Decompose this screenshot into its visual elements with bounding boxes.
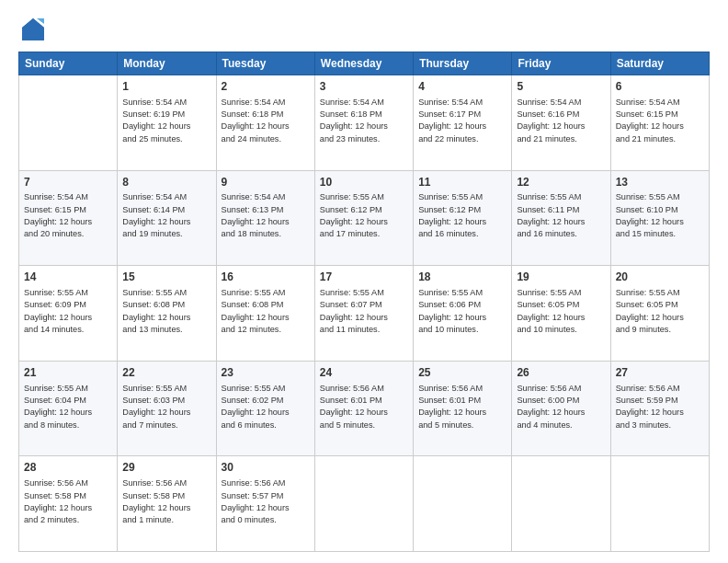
calendar-cell: 12Sunrise: 5:55 AM Sunset: 6:11 PM Dayli… <box>512 170 610 266</box>
day-number: 17 <box>320 270 408 285</box>
weekday-header: Sunday <box>19 52 118 75</box>
weekday-header: Wednesday <box>314 52 413 75</box>
calendar-cell <box>314 456 413 552</box>
cell-content: Sunrise: 5:54 AM Sunset: 6:16 PM Dayligh… <box>517 97 605 145</box>
calendar-cell: 4Sunrise: 5:54 AM Sunset: 6:17 PM Daylig… <box>414 75 512 171</box>
day-number: 15 <box>122 270 210 285</box>
day-number: 26 <box>517 365 605 381</box>
cell-content: Sunrise: 5:56 AM Sunset: 5:57 PM Dayligh… <box>222 477 310 526</box>
day-number: 2 <box>222 79 310 95</box>
calendar-cell <box>19 75 118 171</box>
calendar-cell: 5Sunrise: 5:54 AM Sunset: 6:16 PM Daylig… <box>512 75 610 171</box>
calendar-cell: 26Sunrise: 5:56 AM Sunset: 6:00 PM Dayli… <box>512 361 610 456</box>
cell-content: Sunrise: 5:56 AM Sunset: 5:58 PM Dayligh… <box>122 477 210 526</box>
cell-content: Sunrise: 5:56 AM Sunset: 6:01 PM Dayligh… <box>320 383 408 431</box>
calendar: SundayMondayTuesdayWednesdayThursdayFrid… <box>18 52 710 552</box>
calendar-row: 1Sunrise: 5:54 AM Sunset: 6:19 PM Daylig… <box>19 75 710 171</box>
calendar-cell: 27Sunrise: 5:56 AM Sunset: 5:59 PM Dayli… <box>610 361 709 456</box>
day-number: 25 <box>418 365 506 381</box>
day-number: 20 <box>616 270 704 285</box>
day-number: 24 <box>320 365 408 381</box>
day-number: 7 <box>24 175 112 190</box>
day-number: 19 <box>517 270 605 285</box>
day-number: 12 <box>517 175 605 190</box>
calendar-cell: 6Sunrise: 5:54 AM Sunset: 6:15 PM Daylig… <box>610 75 709 171</box>
day-number: 22 <box>122 365 210 381</box>
calendar-cell: 18Sunrise: 5:55 AM Sunset: 6:06 PM Dayli… <box>414 266 512 362</box>
weekday-header: Saturday <box>610 52 709 75</box>
calendar-cell: 25Sunrise: 5:56 AM Sunset: 6:01 PM Dayli… <box>414 361 512 456</box>
day-number: 4 <box>418 79 506 95</box>
calendar-cell: 15Sunrise: 5:55 AM Sunset: 6:08 PM Dayli… <box>118 266 216 362</box>
weekday-header: Friday <box>512 52 610 75</box>
day-number: 21 <box>24 365 112 381</box>
cell-content: Sunrise: 5:54 AM Sunset: 6:17 PM Dayligh… <box>418 97 506 145</box>
cell-content: Sunrise: 5:54 AM Sunset: 6:15 PM Dayligh… <box>24 191 112 240</box>
calendar-cell: 2Sunrise: 5:54 AM Sunset: 6:18 PM Daylig… <box>216 75 314 171</box>
calendar-header: SundayMondayTuesdayWednesdayThursdayFrid… <box>19 52 710 75</box>
day-number: 28 <box>24 460 112 476</box>
calendar-cell: 16Sunrise: 5:55 AM Sunset: 6:08 PM Dayli… <box>216 266 314 362</box>
cell-content: Sunrise: 5:56 AM Sunset: 5:59 PM Dayligh… <box>616 383 704 431</box>
cell-content: Sunrise: 5:55 AM Sunset: 6:12 PM Dayligh… <box>418 191 506 240</box>
calendar-cell: 9Sunrise: 5:54 AM Sunset: 6:13 PM Daylig… <box>216 170 314 266</box>
cell-content: Sunrise: 5:55 AM Sunset: 6:12 PM Dayligh… <box>320 191 408 240</box>
calendar-cell: 1Sunrise: 5:54 AM Sunset: 6:19 PM Daylig… <box>118 75 216 171</box>
svg-rect-2 <box>22 28 44 40</box>
cell-content: Sunrise: 5:55 AM Sunset: 6:05 PM Dayligh… <box>517 287 605 336</box>
day-number: 18 <box>418 270 506 285</box>
cell-content: Sunrise: 5:54 AM Sunset: 6:18 PM Dayligh… <box>320 97 408 145</box>
day-number: 1 <box>122 79 210 95</box>
calendar-cell: 17Sunrise: 5:55 AM Sunset: 6:07 PM Dayli… <box>314 266 413 362</box>
calendar-cell: 7Sunrise: 5:54 AM Sunset: 6:15 PM Daylig… <box>19 170 118 266</box>
cell-content: Sunrise: 5:55 AM Sunset: 6:02 PM Dayligh… <box>222 383 310 431</box>
cell-content: Sunrise: 5:54 AM Sunset: 6:18 PM Dayligh… <box>222 97 310 145</box>
day-number: 29 <box>122 460 210 476</box>
cell-content: Sunrise: 5:55 AM Sunset: 6:07 PM Dayligh… <box>320 287 408 336</box>
day-number: 23 <box>222 365 310 381</box>
weekday-row: SundayMondayTuesdayWednesdayThursdayFrid… <box>19 52 710 75</box>
cell-content: Sunrise: 5:55 AM Sunset: 6:10 PM Dayligh… <box>616 191 704 240</box>
day-number: 5 <box>517 79 605 95</box>
cell-content: Sunrise: 5:55 AM Sunset: 6:08 PM Dayligh… <box>122 287 210 336</box>
calendar-cell: 23Sunrise: 5:55 AM Sunset: 6:02 PM Dayli… <box>216 361 314 456</box>
logo-icon <box>18 15 48 44</box>
day-number: 10 <box>320 175 408 190</box>
calendar-body: 1Sunrise: 5:54 AM Sunset: 6:19 PM Daylig… <box>19 75 710 552</box>
calendar-cell: 3Sunrise: 5:54 AM Sunset: 6:18 PM Daylig… <box>314 75 413 171</box>
weekday-header: Thursday <box>414 52 512 75</box>
day-number: 3 <box>320 79 408 95</box>
calendar-row: 7Sunrise: 5:54 AM Sunset: 6:15 PM Daylig… <box>19 170 710 266</box>
cell-content: Sunrise: 5:56 AM Sunset: 5:58 PM Dayligh… <box>24 477 112 526</box>
cell-content: Sunrise: 5:54 AM Sunset: 6:14 PM Dayligh… <box>122 191 210 240</box>
day-number: 13 <box>616 175 704 190</box>
weekday-header: Tuesday <box>216 52 314 75</box>
cell-content: Sunrise: 5:55 AM Sunset: 6:06 PM Dayligh… <box>418 287 506 336</box>
calendar-cell: 14Sunrise: 5:55 AM Sunset: 6:09 PM Dayli… <box>19 266 118 362</box>
calendar-row: 14Sunrise: 5:55 AM Sunset: 6:09 PM Dayli… <box>19 266 710 362</box>
calendar-cell: 13Sunrise: 5:55 AM Sunset: 6:10 PM Dayli… <box>610 170 709 266</box>
cell-content: Sunrise: 5:55 AM Sunset: 6:03 PM Dayligh… <box>122 383 210 431</box>
day-number: 9 <box>222 175 310 190</box>
header <box>18 15 710 44</box>
logo <box>18 15 51 44</box>
page: SundayMondayTuesdayWednesdayThursdayFrid… <box>0 0 728 563</box>
day-number: 6 <box>616 79 704 95</box>
day-number: 30 <box>222 460 310 476</box>
calendar-cell <box>414 456 512 552</box>
calendar-cell: 19Sunrise: 5:55 AM Sunset: 6:05 PM Dayli… <box>512 266 610 362</box>
calendar-cell: 30Sunrise: 5:56 AM Sunset: 5:57 PM Dayli… <box>216 456 314 552</box>
cell-content: Sunrise: 5:56 AM Sunset: 6:01 PM Dayligh… <box>418 383 506 431</box>
cell-content: Sunrise: 5:55 AM Sunset: 6:08 PM Dayligh… <box>222 287 310 336</box>
day-number: 16 <box>222 270 310 285</box>
calendar-cell: 20Sunrise: 5:55 AM Sunset: 6:05 PM Dayli… <box>610 266 709 362</box>
day-number: 14 <box>24 270 112 285</box>
calendar-cell: 8Sunrise: 5:54 AM Sunset: 6:14 PM Daylig… <box>118 170 216 266</box>
cell-content: Sunrise: 5:55 AM Sunset: 6:04 PM Dayligh… <box>24 383 112 431</box>
calendar-cell: 29Sunrise: 5:56 AM Sunset: 5:58 PM Dayli… <box>118 456 216 552</box>
cell-content: Sunrise: 5:54 AM Sunset: 6:13 PM Dayligh… <box>222 191 310 240</box>
calendar-cell <box>512 456 610 552</box>
cell-content: Sunrise: 5:54 AM Sunset: 6:19 PM Dayligh… <box>122 97 210 145</box>
cell-content: Sunrise: 5:55 AM Sunset: 6:05 PM Dayligh… <box>616 287 704 336</box>
weekday-header: Monday <box>118 52 216 75</box>
